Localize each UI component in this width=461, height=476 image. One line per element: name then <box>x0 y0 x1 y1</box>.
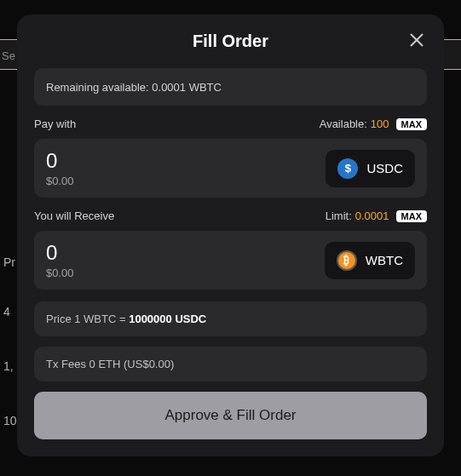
remaining-available-box: Remaining available: 0.0001 WBTC <box>34 68 427 106</box>
price-row: Price 1 WBTC = 1000000 USDC <box>34 301 427 336</box>
pay-header: Pay with Available: 100 MAX <box>34 118 427 130</box>
fees-row: Tx Fees 0 ETH (US$0.00) <box>34 347 427 381</box>
price-prefix: Price 1 WBTC = <box>46 313 129 325</box>
pay-amount-input[interactable] <box>46 149 216 173</box>
receive-header: You will Receive Limit: 0.0001 MAX <box>34 209 427 222</box>
pay-with-section: Pay with Available: 100 MAX $0.00 $ USDC <box>34 118 427 198</box>
receive-input-left: $0.00 <box>46 241 216 279</box>
pay-token-label: USDC <box>366 161 403 175</box>
receive-amount-input[interactable] <box>46 241 216 265</box>
pay-usd-value: $0.00 <box>46 175 216 187</box>
receive-label: You will Receive <box>34 209 114 222</box>
pay-token-chip[interactable]: $ USDC <box>326 150 415 187</box>
usdc-icon: $ <box>337 158 358 179</box>
available-value: 100 <box>371 118 389 130</box>
pay-input-box: $0.00 $ USDC <box>34 139 427 198</box>
modal-title: Fill Order <box>34 32 427 51</box>
fees-text: Tx Fees 0 ETH (US$0.00) <box>46 358 174 370</box>
receive-section: You will Receive Limit: 0.0001 MAX $0.00… <box>34 209 427 290</box>
approve-fill-button[interactable]: Approve & Fill Order <box>34 392 427 439</box>
close-icon <box>409 32 424 48</box>
bg-text-2: 4 <box>3 305 10 318</box>
close-button[interactable] <box>406 30 427 50</box>
remaining-available-text: Remaining available: 0.0001 WBTC <box>46 81 222 94</box>
limit-group: Limit: 0.0001 MAX <box>326 209 427 222</box>
price-value: 1000000 USDC <box>129 313 206 325</box>
available-group: Available: 100 MAX <box>320 118 427 130</box>
bg-text-4: 10 <box>3 414 17 427</box>
pay-with-label: Pay with <box>34 118 76 130</box>
receive-usd-value: $0.00 <box>46 267 216 279</box>
bg-text-1: Pr <box>3 255 15 269</box>
available-label: Available: <box>320 118 367 130</box>
fill-order-modal: Fill Order Remaining available: 0.0001 W… <box>17 14 444 456</box>
bg-search-hint: Se <box>2 49 15 62</box>
receive-token-chip[interactable]: ₿ WBTC <box>325 242 415 279</box>
pay-max-button[interactable]: MAX <box>396 118 427 130</box>
pay-input-left: $0.00 <box>46 149 216 187</box>
receive-token-label: WBTC <box>366 253 403 267</box>
limit-value: 0.0001 <box>355 209 389 222</box>
modal-header: Fill Order <box>34 32 427 51</box>
wbtc-icon: ₿ <box>337 250 357 271</box>
receive-max-button[interactable]: MAX <box>396 210 427 222</box>
receive-input-box: $0.00 ₿ WBTC <box>34 231 427 290</box>
bg-text-3: 1, <box>3 359 14 373</box>
limit-label: Limit: <box>326 209 352 222</box>
